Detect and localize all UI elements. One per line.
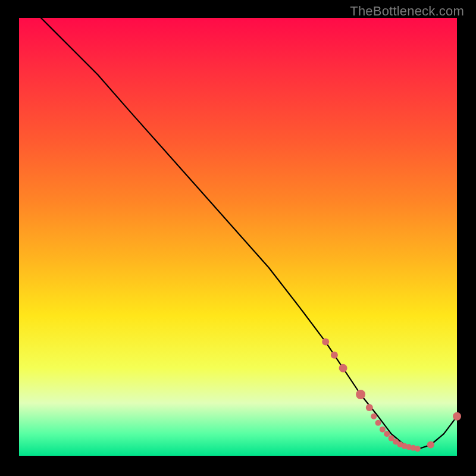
chart-marker [380,427,386,433]
chart-svg [19,18,457,456]
chart-marker [375,420,381,426]
chart-marker [322,339,329,346]
chart-curve [41,18,457,449]
chart-marker [339,364,347,372]
chart-marker [356,390,365,399]
chart-marker [415,446,421,452]
chart-marker [427,441,434,449]
chart-marker [453,412,461,421]
watermark-text: TheBottleneck.com [350,4,464,19]
chart-marker [331,352,338,359]
chart-marker [384,431,390,437]
plot-area [19,18,457,456]
chart-marker [371,414,377,419]
chart-stage: TheBottleneck.com [0,0,476,476]
chart-marker [366,404,373,411]
